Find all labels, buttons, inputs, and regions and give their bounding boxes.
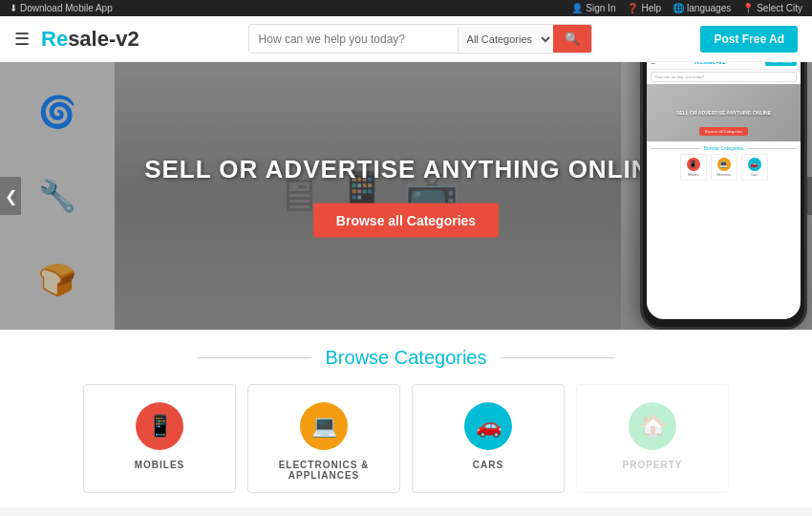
phone-cat-mobiles[interactable]: 📱 Mobiles (680, 154, 707, 181)
electronics-icon: 💻 (300, 402, 348, 450)
hero-prev-button[interactable]: ❮ (0, 177, 21, 215)
hero-section: 🌀 🔧 🍞 🖥 📱 📺 SELL OR ADVERTISE ANYTHING O… (0, 62, 812, 330)
post-free-ad-button[interactable]: Post Free Ad (700, 26, 798, 53)
phone-logo: Resale-v2 (694, 62, 726, 65)
phone-logo-re: Re (694, 62, 703, 65)
phone-cat-electronics-label: Electronics (716, 173, 731, 177)
browse-title: Browse Categories (19, 347, 793, 369)
site-logo: Resale-v2 (41, 27, 139, 52)
cars-label: CARS (473, 460, 503, 470)
browse-all-categories-button[interactable]: Browse all Categories (313, 204, 499, 238)
location-icon: 📍 (742, 3, 754, 13)
phone-categories: 📱 Mobiles 💻 Electronics 🚗 Cars (651, 154, 797, 181)
select-city-link[interactable]: 📍 Select City (742, 3, 802, 13)
browse-section: Browse Categories 📱 MOBILES 💻 ELECTRONIC… (0, 330, 812, 507)
hero-text-overlay: SELL OR ADVERTISE ANYTHING ONLINE Browse… (144, 155, 668, 238)
browse-categories-heading: Browse Categories (326, 347, 487, 369)
browse-left-line (197, 357, 311, 358)
electronics-label: ELECTRONICS & APPLIANCES (267, 460, 380, 481)
category-card-partial[interactable]: 🏠 PROPERTY (576, 384, 729, 493)
top-bar-left: ⬇ Download Mobile App (10, 3, 113, 13)
phone-right-line (747, 148, 797, 149)
phone-search[interactable]: How can we help you today? (651, 72, 797, 82)
category-select[interactable]: All Categories (458, 27, 553, 52)
more-label: PROPERTY (622, 460, 682, 470)
phone-logo-rest: sale-v2 (703, 62, 726, 65)
mobiles-icon: 📱 (136, 402, 183, 450)
phone-cat-electronics-icon: 💻 (717, 158, 731, 171)
phone-cat-cars-icon: 🚗 (748, 158, 761, 171)
header: ☰ Resale-v2 All Categories 🔍 Post Free A… (0, 16, 812, 62)
download-icon: ⬇ (10, 3, 17, 13)
phone-browse-divider: Browse Categories (651, 145, 797, 151)
search-input[interactable] (249, 27, 458, 52)
phone-hero-text: SELL OR ADVERTISE ANYTHING ONLINE (676, 110, 771, 116)
phone-mockup: IDEA ▾ 8:20 pm ▪▪▪ ⬇ Download Mobile App… (640, 62, 807, 330)
phone-hero: SELL OR ADVERTISE ANYTHING ONLINE Browse… (647, 84, 801, 141)
categories-row: 📱 MOBILES 💻 ELECTRONICS & APPLIANCES 🚗 C… (19, 384, 793, 493)
search-button[interactable]: 🔍 (553, 25, 591, 53)
help-link[interactable]: ❓ Help (627, 3, 661, 13)
phone-cat-cars[interactable]: 🚗 Cars (741, 154, 768, 181)
phone-header: ☰ Resale-v2 Post Free Ad (647, 62, 801, 70)
phone-cat-mobiles-label: Mobiles (688, 173, 697, 177)
browse-right-line (501, 357, 615, 358)
top-bar-right: 👤 Sign In ❓ Help 🌐 languages 📍 Select Ci… (571, 3, 802, 13)
signin-icon: 👤 (571, 3, 583, 13)
more-icon: 🏠 (629, 402, 676, 450)
hamburger-menu[interactable]: ☰ (14, 29, 30, 50)
phone-post-btn[interactable]: Post Free Ad (765, 62, 797, 66)
help-icon: ❓ (627, 3, 638, 13)
signin-link[interactable]: 👤 Sign In (571, 3, 615, 13)
phone-browse-section: Browse Categories 📱 Mobiles 💻 Electronic… (647, 141, 801, 183)
hero-tagline: SELL OR ADVERTISE ANYTHING ONLINE (144, 155, 668, 184)
globe-icon: 🌐 (673, 3, 684, 13)
download-app-link[interactable]: ⬇ Download Mobile App (10, 3, 113, 13)
languages-link[interactable]: 🌐 languages (673, 3, 731, 13)
phone-browse-title: Browse Categories (703, 145, 743, 151)
search-bar: All Categories 🔍 (248, 24, 592, 54)
phone-screen: IDEA ▾ 8:20 pm ▪▪▪ ⬇ Download Mobile App… (647, 62, 801, 319)
phone-cat-cars-label: Cars (751, 173, 757, 177)
phone-cat-mobiles-icon: 📱 (687, 158, 700, 171)
phone-cat-electronics[interactable]: 💻 Electronics (711, 154, 737, 181)
header-left: ☰ Resale-v2 (14, 27, 139, 52)
category-card-cars[interactable]: 🚗 CARS (412, 384, 565, 493)
mobiles-label: MOBILES (135, 460, 185, 470)
phone-left-line (651, 148, 700, 149)
cars-icon: 🚗 (464, 402, 512, 450)
top-bar: ⬇ Download Mobile App 👤 Sign In ❓ Help 🌐… (0, 0, 812, 16)
category-card-electronics[interactable]: 💻 ELECTRONICS & APPLIANCES (247, 384, 400, 493)
category-card-mobiles[interactable]: 📱 MOBILES (83, 384, 236, 493)
phone-hero-btn[interactable]: Browse all Categories (699, 127, 748, 136)
